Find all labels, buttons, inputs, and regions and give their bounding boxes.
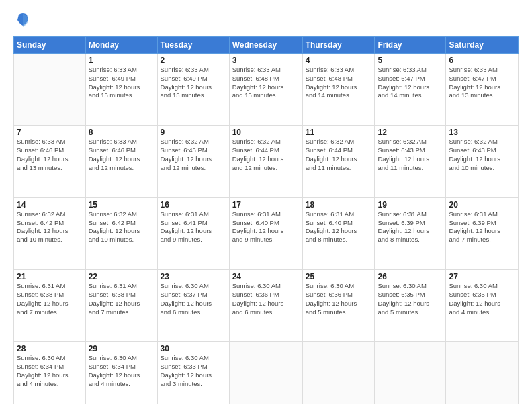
header xyxy=(13,11,519,30)
page: SundayMondayTuesdayWednesdayThursdayFrid… xyxy=(0,0,532,411)
logo xyxy=(13,11,35,30)
day-number: 5 xyxy=(378,56,443,65)
calendar-cell: 13Sunrise: 6:32 AM Sunset: 6:43 PM Dayli… xyxy=(446,126,519,197)
calendar-cell: 3Sunrise: 6:33 AM Sunset: 6:48 PM Daylig… xyxy=(229,54,302,126)
week-row-5: 28Sunrise: 6:30 AM Sunset: 6:34 PM Dayli… xyxy=(14,342,519,404)
day-number: 2 xyxy=(161,56,226,65)
day-number: 28 xyxy=(17,344,83,353)
weekday-sunday: Sunday xyxy=(14,37,86,54)
calendar-cell: 2Sunrise: 6:33 AM Sunset: 6:49 PM Daylig… xyxy=(157,54,229,126)
day-number: 18 xyxy=(306,200,372,210)
calendar-cell: 16Sunrise: 6:31 AM Sunset: 6:41 PM Dayli… xyxy=(157,197,229,269)
calendar-cell: 12Sunrise: 6:32 AM Sunset: 6:43 PM Dayli… xyxy=(375,126,446,197)
calendar-cell: 22Sunrise: 6:31 AM Sunset: 6:38 PM Dayli… xyxy=(85,270,157,342)
logo-icon xyxy=(13,11,32,30)
day-info: Sunrise: 6:30 AM Sunset: 6:36 PM Dayligh… xyxy=(306,282,372,316)
day-info: Sunrise: 6:31 AM Sunset: 6:41 PM Dayligh… xyxy=(161,210,226,244)
day-number: 11 xyxy=(306,128,372,137)
day-info: Sunrise: 6:30 AM Sunset: 6:36 PM Dayligh… xyxy=(232,282,300,316)
day-number: 30 xyxy=(161,344,226,353)
calendar-cell xyxy=(14,54,86,126)
day-number: 9 xyxy=(161,128,226,137)
day-info: Sunrise: 6:32 AM Sunset: 6:42 PM Dayligh… xyxy=(17,210,83,244)
day-info: Sunrise: 6:30 AM Sunset: 6:35 PM Dayligh… xyxy=(378,282,443,316)
weekday-wednesday: Wednesday xyxy=(229,37,302,54)
calendar-cell: 7Sunrise: 6:33 AM Sunset: 6:46 PM Daylig… xyxy=(14,126,86,197)
calendar-cell: 5Sunrise: 6:33 AM Sunset: 6:47 PM Daylig… xyxy=(375,54,446,126)
day-info: Sunrise: 6:31 AM Sunset: 6:38 PM Dayligh… xyxy=(17,282,83,316)
calendar-cell: 24Sunrise: 6:30 AM Sunset: 6:36 PM Dayli… xyxy=(229,270,302,342)
day-info: Sunrise: 6:32 AM Sunset: 6:45 PM Dayligh… xyxy=(161,138,226,172)
day-info: Sunrise: 6:31 AM Sunset: 6:39 PM Dayligh… xyxy=(378,210,443,244)
calendar-cell: 9Sunrise: 6:32 AM Sunset: 6:45 PM Daylig… xyxy=(157,126,229,197)
day-info: Sunrise: 6:33 AM Sunset: 6:46 PM Dayligh… xyxy=(17,138,83,172)
day-info: Sunrise: 6:30 AM Sunset: 6:34 PM Dayligh… xyxy=(17,354,83,388)
day-info: Sunrise: 6:32 AM Sunset: 6:43 PM Dayligh… xyxy=(378,138,443,172)
weekday-thursday: Thursday xyxy=(302,37,375,54)
day-number: 29 xyxy=(89,344,154,353)
day-number: 20 xyxy=(449,200,515,210)
day-info: Sunrise: 6:33 AM Sunset: 6:47 PM Dayligh… xyxy=(378,66,443,100)
weekday-tuesday: Tuesday xyxy=(157,37,229,54)
week-row-1: 1Sunrise: 6:33 AM Sunset: 6:49 PM Daylig… xyxy=(14,54,519,126)
calendar-cell: 6Sunrise: 6:33 AM Sunset: 6:47 PM Daylig… xyxy=(446,54,519,126)
day-info: Sunrise: 6:33 AM Sunset: 6:48 PM Dayligh… xyxy=(232,66,300,100)
calendar-cell: 20Sunrise: 6:31 AM Sunset: 6:39 PM Dayli… xyxy=(446,197,519,269)
calendar-cell: 30Sunrise: 6:30 AM Sunset: 6:33 PM Dayli… xyxy=(157,342,229,404)
calendar-cell: 23Sunrise: 6:30 AM Sunset: 6:37 PM Dayli… xyxy=(157,270,229,342)
day-number: 10 xyxy=(232,128,300,137)
calendar-cell: 11Sunrise: 6:32 AM Sunset: 6:44 PM Dayli… xyxy=(302,126,375,197)
calendar-cell: 8Sunrise: 6:33 AM Sunset: 6:46 PM Daylig… xyxy=(85,126,157,197)
calendar-cell: 15Sunrise: 6:32 AM Sunset: 6:42 PM Dayli… xyxy=(85,197,157,269)
day-number: 22 xyxy=(89,272,154,281)
day-info: Sunrise: 6:32 AM Sunset: 6:44 PM Dayligh… xyxy=(232,138,300,172)
calendar-cell: 14Sunrise: 6:32 AM Sunset: 6:42 PM Dayli… xyxy=(14,197,86,269)
day-number: 7 xyxy=(17,128,83,137)
weekday-friday: Friday xyxy=(375,37,446,54)
calendar-cell: 21Sunrise: 6:31 AM Sunset: 6:38 PM Dayli… xyxy=(14,270,86,342)
day-number: 23 xyxy=(161,272,226,281)
day-info: Sunrise: 6:32 AM Sunset: 6:43 PM Dayligh… xyxy=(449,138,515,172)
day-number: 4 xyxy=(306,56,372,65)
calendar-cell: 27Sunrise: 6:30 AM Sunset: 6:35 PM Dayli… xyxy=(446,270,519,342)
day-number: 13 xyxy=(449,128,515,137)
calendar-cell xyxy=(302,342,375,404)
calendar-cell: 4Sunrise: 6:33 AM Sunset: 6:48 PM Daylig… xyxy=(302,54,375,126)
calendar-cell: 1Sunrise: 6:33 AM Sunset: 6:49 PM Daylig… xyxy=(85,54,157,126)
calendar-cell: 10Sunrise: 6:32 AM Sunset: 6:44 PM Dayli… xyxy=(229,126,302,197)
day-number: 12 xyxy=(378,128,443,137)
day-info: Sunrise: 6:30 AM Sunset: 6:33 PM Dayligh… xyxy=(161,354,226,388)
day-number: 26 xyxy=(378,272,443,281)
day-number: 16 xyxy=(161,200,226,210)
day-info: Sunrise: 6:33 AM Sunset: 6:47 PM Dayligh… xyxy=(449,66,515,100)
calendar-cell: 25Sunrise: 6:30 AM Sunset: 6:36 PM Dayli… xyxy=(302,270,375,342)
week-row-2: 7Sunrise: 6:33 AM Sunset: 6:46 PM Daylig… xyxy=(14,126,519,197)
day-number: 27 xyxy=(449,272,515,281)
day-number: 3 xyxy=(232,56,300,65)
day-number: 17 xyxy=(232,200,300,210)
day-info: Sunrise: 6:33 AM Sunset: 6:49 PM Dayligh… xyxy=(161,66,226,100)
calendar-cell: 19Sunrise: 6:31 AM Sunset: 6:39 PM Dayli… xyxy=(375,197,446,269)
day-info: Sunrise: 6:33 AM Sunset: 6:46 PM Dayligh… xyxy=(89,138,154,172)
day-info: Sunrise: 6:30 AM Sunset: 6:34 PM Dayligh… xyxy=(89,354,154,388)
calendar-cell: 28Sunrise: 6:30 AM Sunset: 6:34 PM Dayli… xyxy=(14,342,86,404)
day-info: Sunrise: 6:31 AM Sunset: 6:40 PM Dayligh… xyxy=(306,210,372,244)
day-info: Sunrise: 6:32 AM Sunset: 6:44 PM Dayligh… xyxy=(306,138,372,172)
day-number: 19 xyxy=(378,200,443,210)
day-info: Sunrise: 6:31 AM Sunset: 6:40 PM Dayligh… xyxy=(232,210,300,244)
calendar-cell: 17Sunrise: 6:31 AM Sunset: 6:40 PM Dayli… xyxy=(229,197,302,269)
day-number: 25 xyxy=(306,272,372,281)
week-row-3: 14Sunrise: 6:32 AM Sunset: 6:42 PM Dayli… xyxy=(14,197,519,269)
day-info: Sunrise: 6:33 AM Sunset: 6:49 PM Dayligh… xyxy=(89,66,154,100)
week-row-4: 21Sunrise: 6:31 AM Sunset: 6:38 PM Dayli… xyxy=(14,270,519,342)
weekday-header-row: SundayMondayTuesdayWednesdayThursdayFrid… xyxy=(14,37,519,54)
day-number: 6 xyxy=(449,56,515,65)
day-info: Sunrise: 6:33 AM Sunset: 6:48 PM Dayligh… xyxy=(306,66,372,100)
day-info: Sunrise: 6:30 AM Sunset: 6:37 PM Dayligh… xyxy=(161,282,226,316)
weekday-monday: Monday xyxy=(85,37,157,54)
day-number: 14 xyxy=(17,200,83,210)
calendar-cell: 18Sunrise: 6:31 AM Sunset: 6:40 PM Dayli… xyxy=(302,197,375,269)
day-number: 15 xyxy=(89,200,154,210)
day-info: Sunrise: 6:31 AM Sunset: 6:39 PM Dayligh… xyxy=(449,210,515,244)
day-info: Sunrise: 6:32 AM Sunset: 6:42 PM Dayligh… xyxy=(89,210,154,244)
